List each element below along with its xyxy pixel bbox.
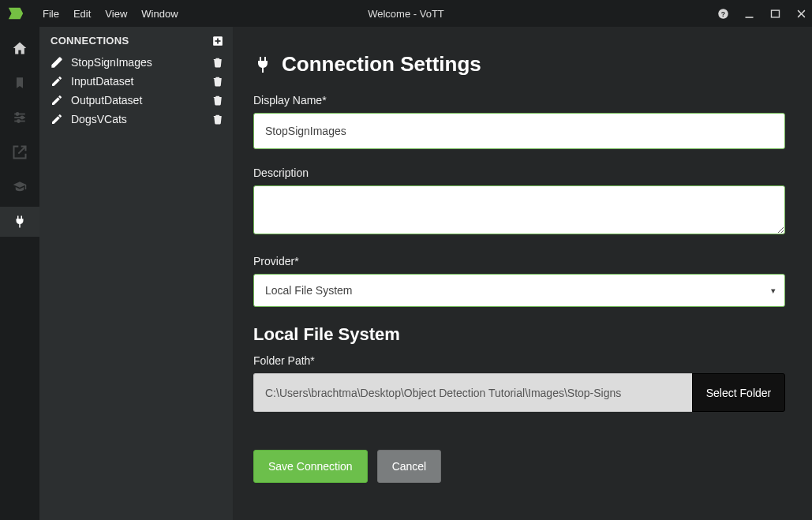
- maximize-icon[interactable]: [769, 8, 781, 20]
- rail-export[interactable]: [0, 137, 39, 167]
- sidebar-item[interactable]: StopSignImages: [39, 53, 233, 72]
- sidebar-item-label: DogsVCats: [71, 113, 127, 125]
- sidebar-item-label: InputDataset: [71, 75, 133, 88]
- minimize-icon[interactable]: [743, 8, 755, 20]
- rail-home[interactable]: [0, 33, 39, 63]
- display-name-label: Display Name*: [253, 94, 785, 107]
- svg-line-13: [18, 147, 25, 154]
- close-icon[interactable]: [795, 8, 807, 20]
- sidebar-item[interactable]: InputDataset: [39, 72, 233, 91]
- edit-icon: [51, 56, 63, 69]
- delete-icon[interactable]: [212, 94, 223, 107]
- select-folder-button[interactable]: Select Folder: [692, 373, 785, 412]
- menu-edit[interactable]: Edit: [73, 8, 91, 20]
- sidebar-item[interactable]: OutputDataset: [39, 91, 233, 110]
- edit-icon: [51, 94, 63, 107]
- edit-icon: [51, 113, 63, 125]
- description-input[interactable]: [253, 185, 785, 234]
- delete-icon[interactable]: [212, 56, 223, 69]
- content: Connection Settings Display Name* Descri…: [233, 27, 812, 520]
- rail-bookmark[interactable]: [0, 68, 39, 98]
- sidebar-title: CONNECTIONS: [51, 35, 129, 47]
- window-title: Welcome - VoTT: [368, 8, 444, 20]
- display-name-input[interactable]: [253, 113, 785, 149]
- plug-icon: [253, 54, 272, 75]
- section-title: Local File System: [253, 324, 785, 345]
- save-button[interactable]: Save Connection: [253, 450, 368, 483]
- menu-window[interactable]: Window: [141, 8, 178, 20]
- icon-rail: [0, 27, 39, 520]
- svg-rect-3: [746, 17, 754, 18]
- svg-rect-4: [772, 10, 780, 17]
- delete-icon[interactable]: [212, 113, 223, 125]
- delete-icon[interactable]: [212, 75, 223, 88]
- provider-select[interactable]: Local File System: [253, 274, 785, 307]
- edit-icon: [51, 75, 63, 88]
- description-label: Description: [253, 166, 785, 179]
- app-logo: [5, 5, 27, 22]
- menu-file[interactable]: File: [43, 8, 59, 20]
- sidebar: CONNECTIONS StopSignImages InputDataset …: [39, 27, 233, 520]
- rail-graduation[interactable]: [0, 172, 39, 202]
- provider-label: Provider*: [253, 255, 785, 267]
- svg-point-11: [21, 117, 24, 119]
- sidebar-item[interactable]: DogsVCats: [39, 110, 233, 129]
- menu-view[interactable]: View: [105, 8, 127, 20]
- add-connection-button[interactable]: [212, 36, 223, 47]
- help-icon[interactable]: ?: [717, 8, 729, 20]
- titlebar: File Edit View Window Welcome - VoTT ?: [0, 0, 812, 27]
- app-menu: File Edit View Window: [43, 8, 178, 20]
- folder-path-input[interactable]: [253, 373, 692, 412]
- page-title: Connection Settings: [282, 52, 481, 77]
- rail-plug[interactable]: [0, 207, 39, 237]
- sidebar-item-label: OutputDataset: [71, 94, 142, 107]
- folder-path-label: Folder Path*: [253, 354, 785, 367]
- svg-point-12: [17, 120, 20, 122]
- rail-sliders[interactable]: [0, 103, 39, 133]
- cancel-button[interactable]: Cancel: [377, 450, 442, 483]
- sidebar-item-label: StopSignImages: [71, 56, 152, 69]
- svg-point-10: [17, 113, 19, 115]
- svg-marker-0: [9, 8, 23, 20]
- svg-text:?: ?: [721, 9, 725, 17]
